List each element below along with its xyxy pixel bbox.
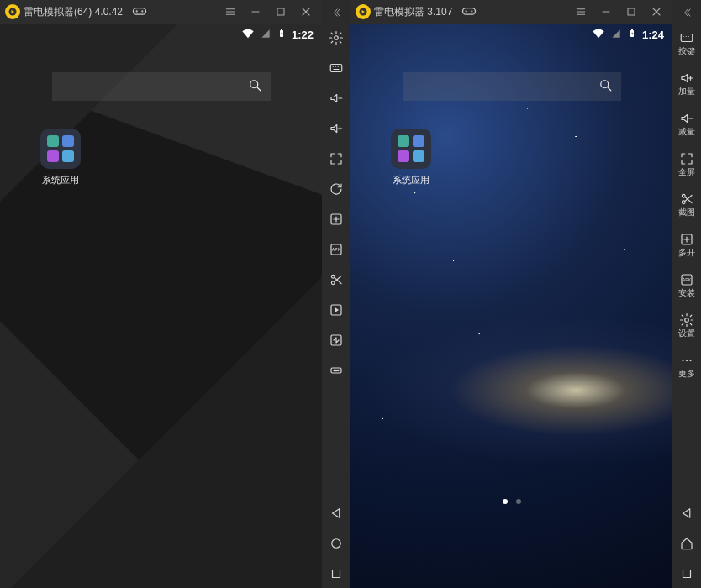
collapse-toolbar-button[interactable] — [322, 3, 350, 22]
battery-icon — [627, 27, 637, 43]
tool-label: 安装 — [678, 289, 695, 297]
minimize-button[interactable] — [245, 1, 266, 23]
folder-icon — [40, 129, 81, 169]
page-dot[interactable] — [516, 499, 521, 504]
nav-recent[interactable] — [322, 559, 350, 588]
tool-more[interactable]: 更多 — [672, 346, 701, 385]
clock-text: 1:22 — [292, 29, 314, 41]
app-label: 系统应用 — [393, 174, 430, 186]
wifi-icon — [241, 27, 255, 43]
tool-settings[interactable]: 设置 — [672, 306, 701, 344]
menu-button[interactable] — [219, 1, 241, 23]
tool-sync[interactable] — [322, 326, 350, 354]
emulator-left: 雷电模拟器(64) 4.0.42 1:22 系统应用 — [0, 0, 322, 588]
tool-label: 设置 — [678, 329, 695, 338]
nav-back[interactable] — [322, 499, 350, 528]
nav-home[interactable] — [672, 529, 701, 558]
clock-text: 1:24 — [642, 29, 664, 41]
tool-volume-down[interactable] — [322, 84, 350, 113]
tool-install-apk[interactable]: 安装 — [672, 265, 701, 304]
side-toolbar-left — [322, 0, 350, 588]
tool-label: 全屏 — [678, 168, 695, 176]
search-bar[interactable] — [403, 72, 621, 101]
side-toolbar-right: 按键 加量 减量 全屏 截图 多开 安装 设置 更多 — [672, 0, 701, 588]
close-button[interactable] — [295, 1, 317, 23]
app-logo-icon — [5, 4, 20, 19]
window-title: 雷电模拟器 3.107 — [374, 5, 452, 19]
nav-recent[interactable] — [672, 559, 701, 588]
titlebar-left[interactable]: 雷电模拟器(64) 4.0.42 — [0, 0, 322, 24]
nav-back[interactable] — [672, 499, 701, 528]
folder-icon — [391, 129, 431, 169]
tool-screenshot[interactable]: 截图 — [672, 185, 701, 223]
status-bar: 1:22 — [233, 24, 322, 45]
tool-rotate[interactable] — [322, 175, 350, 203]
gamepad-icon[interactable] — [461, 3, 477, 22]
signal-icon — [610, 28, 622, 42]
menu-button[interactable] — [570, 1, 592, 23]
close-button[interactable] — [646, 1, 667, 23]
app-label: 系统应用 — [42, 174, 79, 186]
tool-volume-up[interactable]: 加量 — [672, 64, 701, 102]
search-bar[interactable] — [52, 72, 271, 101]
tool-record[interactable] — [322, 296, 350, 324]
android-screen-right[interactable]: 1:24 系统应用 — [350, 24, 672, 588]
search-icon[interactable] — [247, 77, 262, 96]
emulator-right: 雷电模拟器 3.107 1:24 系统应用 — [350, 0, 672, 588]
app-folder-system[interactable]: 系统应用 — [384, 129, 438, 186]
tool-label: 多开 — [678, 249, 695, 257]
tool-more[interactable] — [322, 356, 350, 385]
wifi-icon — [592, 27, 605, 43]
tool-volume-down[interactable]: 减量 — [672, 104, 701, 143]
android-screen-left[interactable]: 1:22 系统应用 — [0, 24, 322, 588]
gamepad-icon[interactable] — [131, 3, 148, 22]
maximize-button[interactable] — [620, 1, 642, 23]
tool-label: 加量 — [678, 87, 695, 96]
tool-fullscreen[interactable]: 全屏 — [672, 144, 701, 183]
maximize-button[interactable] — [270, 1, 292, 23]
page-dot[interactable] — [503, 499, 508, 504]
window-title: 雷电模拟器(64) 4.0.42 — [24, 5, 123, 19]
tool-add-instance[interactable] — [322, 205, 350, 234]
battery-icon — [277, 27, 287, 43]
page-indicator — [503, 499, 521, 504]
tool-volume-up[interactable] — [322, 114, 350, 143]
tool-screenshot[interactable] — [322, 265, 350, 294]
app-folder-system[interactable]: 系统应用 — [34, 129, 87, 186]
tool-label: 按键 — [678, 47, 695, 55]
tool-keyboard[interactable]: 按键 — [672, 24, 701, 62]
tool-install-apk[interactable] — [322, 235, 350, 264]
nav-home[interactable] — [322, 529, 350, 558]
search-icon[interactable] — [598, 77, 613, 96]
tool-fullscreen[interactable] — [322, 144, 350, 173]
tool-keyboard[interactable] — [322, 54, 350, 82]
minimize-button[interactable] — [595, 1, 617, 23]
tool-label: 截图 — [678, 208, 695, 217]
search-input[interactable] — [61, 81, 247, 93]
search-input[interactable] — [411, 81, 598, 93]
status-bar: 1:24 — [583, 24, 672, 45]
app-logo-icon — [356, 4, 371, 19]
tool-multi-instance[interactable]: 多开 — [672, 225, 701, 264]
tool-label: 减量 — [678, 128, 695, 136]
signal-icon — [260, 28, 271, 42]
tool-settings[interactable] — [322, 24, 350, 52]
tool-label: 更多 — [678, 370, 695, 378]
titlebar-right[interactable]: 雷电模拟器 3.107 — [350, 0, 672, 24]
collapse-toolbar-button[interactable] — [672, 3, 701, 22]
